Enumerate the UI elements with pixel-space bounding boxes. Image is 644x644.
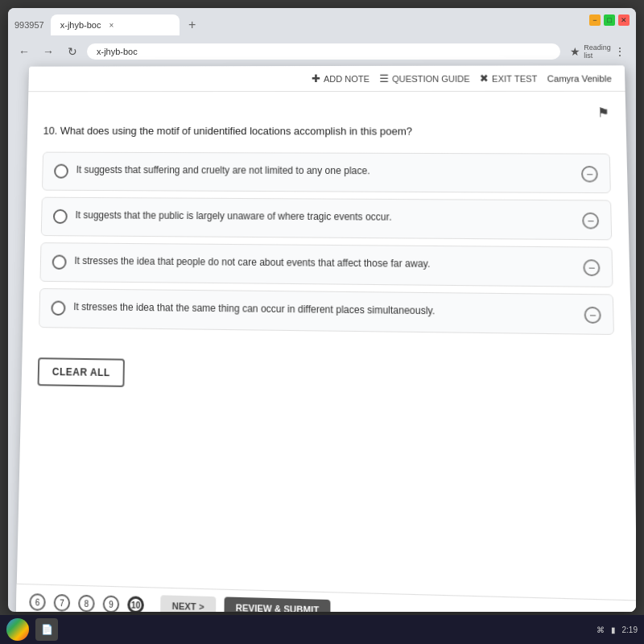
question-guide-button[interactable]: ☰ QUESTION GUIDE <box>379 72 470 85</box>
next-button[interactable]: NEXT > <box>160 595 216 612</box>
exit-icon: ✖ <box>480 72 489 85</box>
nav-number-9[interactable]: 9 <box>103 595 120 612</box>
question-text: 10. What does using the motif of unident… <box>43 123 609 140</box>
answer-option-a[interactable]: It suggests that suffering and cruelty a… <box>42 151 611 193</box>
exit-test-button[interactable]: ✖ EXIT TEST <box>480 72 538 85</box>
reload-button[interactable]: ↻ <box>63 42 82 61</box>
files-icon[interactable]: 📄 <box>35 618 58 641</box>
top-action-bar: ✚ ADD NOTE ☰ QUESTION GUIDE ✖ EXIT TEST … <box>28 65 625 92</box>
answer-text-b: It suggests that the public is largely u… <box>75 207 574 225</box>
maximize-button[interactable]: □ <box>604 14 615 26</box>
menu-button[interactable]: ⋮ <box>610 42 630 61</box>
minimize-button[interactable]: − <box>589 14 601 26</box>
taskbar: 📄 ⌘ ▮ 2:19 <box>0 615 644 644</box>
answer-text-d: It stresses the idea that the same thing… <box>73 299 576 320</box>
battery-icon: ▮ <box>611 625 616 634</box>
answer-text-a: It suggests that suffering and cruelty a… <box>76 162 573 179</box>
reading-list-button[interactable]: Reading list <box>588 42 607 61</box>
wifi-icon: ⌘ <box>597 625 605 634</box>
nav-number-6[interactable]: 6 <box>29 593 46 611</box>
tab-url-prev: 993957 <box>14 20 44 30</box>
eliminate-a-button[interactable]: − <box>581 165 598 182</box>
taskbar-right: ⌘ ▮ 2:19 <box>597 625 638 634</box>
question-guide-icon: ☰ <box>379 72 389 85</box>
answer-option-c[interactable]: It stresses the idea that people do not … <box>39 242 613 287</box>
answer-option-d[interactable]: It stresses the idea that the same thing… <box>39 288 614 335</box>
active-tab[interactable]: x-jhyb-boc × <box>51 14 180 35</box>
user-name: Camyra Venible <box>547 73 612 83</box>
address-input[interactable] <box>87 43 560 60</box>
flag-icon[interactable]: ⚑ <box>597 105 609 120</box>
nav-number-8[interactable]: 8 <box>78 595 95 612</box>
radio-d[interactable] <box>51 300 65 316</box>
forward-button[interactable]: → <box>39 42 58 61</box>
radio-c[interactable] <box>52 254 67 269</box>
review-submit-button[interactable]: REVIEW & SUBMIT <box>224 597 331 612</box>
window-controls: − □ ✕ <box>589 14 630 26</box>
back-button[interactable]: ← <box>14 42 34 61</box>
nav-number-10[interactable]: 10 <box>127 596 144 612</box>
reading-list-label: Reading list <box>584 43 611 60</box>
eliminate-d-button[interactable]: − <box>584 306 601 323</box>
add-note-icon: ✚ <box>312 72 320 85</box>
radio-a[interactable] <box>54 163 68 178</box>
answer-text-c: It stresses the idea that people do not … <box>74 253 575 272</box>
new-tab-button[interactable]: + <box>183 15 202 35</box>
clear-all-button[interactable]: CLEAR ALL <box>38 357 126 387</box>
eliminate-c-button[interactable]: − <box>583 259 600 276</box>
browser-actions: ★ Reading list ⋮ <box>565 42 630 61</box>
chrome-icon[interactable] <box>6 618 29 641</box>
tab-bar: 993957 x-jhyb-boc × + <box>8 8 636 37</box>
question-area: ⚑ 10. What does using the motif of unide… <box>23 92 632 355</box>
tab-title: x-jhyb-boc <box>60 20 101 30</box>
address-bar-row: ← → ↻ ★ Reading list ⋮ <box>8 37 636 66</box>
eliminate-b-button[interactable]: − <box>582 212 599 229</box>
star-button[interactable]: ★ <box>565 42 584 61</box>
tab-close-btn[interactable]: × <box>105 19 117 31</box>
time-display: 2:19 <box>622 625 638 634</box>
close-window-button[interactable]: ✕ <box>618 14 630 26</box>
nav-number-7[interactable]: 7 <box>54 594 71 612</box>
answer-option-b[interactable]: It suggests that the public is largely u… <box>41 196 613 240</box>
add-note-button[interactable]: ✚ ADD NOTE <box>312 72 369 85</box>
bottom-navigation: 6 7 8 9 10 NEXT > REVIEW & SUBMIT <box>16 584 636 612</box>
radio-b[interactable] <box>53 208 68 223</box>
